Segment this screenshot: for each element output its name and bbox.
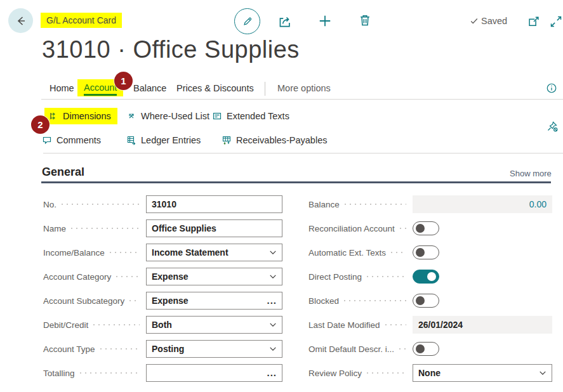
field-label-reconciliation-account: Reconciliation Account	[308, 224, 395, 233]
info-button[interactable]	[546, 82, 557, 94]
field-label-account-type: Account Type	[43, 344, 95, 354]
receivables-payables-icon	[222, 135, 232, 145]
actions-divider	[43, 153, 563, 154]
account-category-select[interactable]: Expense	[146, 268, 282, 285]
tab-separator	[265, 82, 265, 96]
toggle-knob	[416, 224, 425, 233]
debit-credit-select[interactable]: Both	[146, 316, 282, 334]
action-ledger-entries[interactable]: Ledger Entries	[126, 132, 201, 148]
field-label-direct-posting: Direct Posting	[308, 272, 362, 282]
chevron-down-icon[interactable]	[269, 321, 277, 329]
page-caption: G/L Account Card	[41, 13, 122, 28]
ellipsis-icon[interactable]: ...	[267, 297, 277, 304]
action-where-used-list[interactable]: Where-Used List	[126, 108, 209, 124]
tab-account-label: Account	[84, 82, 117, 96]
toggle-knob	[416, 248, 425, 257]
saved-label: Saved	[481, 16, 507, 26]
field-label-no: No.	[43, 200, 56, 209]
omit-default-descr-toggle[interactable]	[413, 342, 439, 356]
field-row-omit-default-descr: Omit Default Descr. i...	[308, 340, 552, 358]
tab-prices-discounts[interactable]: Prices & Discounts	[176, 83, 254, 93]
arrow-left-icon	[15, 15, 27, 27]
tab-balance[interactable]: Balance	[133, 83, 166, 93]
field-label-blocked: Blocked	[308, 296, 339, 306]
automatic-ext-texts-toggle[interactable]	[413, 245, 439, 259]
last-date-modified-field: 26/01/2024	[413, 316, 552, 334]
field-row-account-type: Account Type Posting	[43, 340, 282, 358]
field-label-omit-default-descr: Omit Default Descr. i...	[308, 344, 394, 354]
action-extended-texts[interactable]: Extended Texts	[212, 108, 289, 124]
toggle-knob	[416, 344, 425, 353]
comments-icon	[42, 135, 52, 145]
gl-account-card-page: G/L Account Card Saved	[0, 0, 563, 392]
action-dimensions[interactable]: Dimensions	[44, 108, 117, 124]
name-value: Office Supplies	[152, 223, 216, 233]
chevron-down-icon[interactable]	[539, 369, 546, 377]
tabstrip-divider	[41, 99, 563, 100]
info-icon	[546, 82, 557, 94]
share-icon	[278, 15, 292, 29]
field-label-account-category: Account Category	[43, 272, 111, 282]
field-row-debit-credit: Debit/Credit Both	[43, 316, 282, 334]
direct-posting-toggle[interactable]	[413, 270, 439, 284]
action-dimensions-label: Dimensions	[63, 111, 111, 121]
chevron-down-icon[interactable]	[269, 345, 277, 353]
back-button[interactable]	[8, 8, 33, 33]
ellipsis-icon[interactable]: ...	[267, 370, 277, 376]
plus-icon	[317, 13, 333, 29]
name-input[interactable]: Office Supplies	[146, 219, 282, 237]
toggle-knob	[427, 272, 436, 281]
new-button[interactable]	[317, 13, 333, 29]
field-label-income-balance: Income/Balance	[43, 248, 105, 258]
show-more-link[interactable]: Show more	[510, 169, 552, 178]
action-receivables-payables-label: Receivables-Payables	[236, 135, 327, 145]
field-row-account-subcategory: Account Subcategory Expense ...	[43, 292, 282, 310]
section-rule	[41, 181, 551, 183]
field-row-review-policy: Review Policy None	[308, 364, 552, 382]
reconciliation-account-toggle[interactable]	[413, 221, 439, 235]
edit-button[interactable]	[234, 8, 260, 34]
delete-button[interactable]	[358, 13, 372, 27]
action-extended-texts-label: Extended Texts	[227, 111, 289, 121]
chevron-down-icon[interactable]	[269, 273, 277, 280]
field-label-debit-credit: Debit/Credit	[43, 320, 88, 330]
field-row-last-date-modified: Last Date Modified 26/01/2024	[308, 316, 552, 334]
no-input[interactable]: 31010	[146, 195, 282, 213]
action-comments[interactable]: Comments	[42, 132, 101, 148]
field-label-last-date-modified: Last Date Modified	[308, 320, 380, 330]
more-options-button[interactable]: More options	[277, 83, 331, 93]
annotation-badge-1: 1	[114, 72, 133, 90]
chevron-down-icon[interactable]	[269, 249, 277, 256]
no-value: 31010	[152, 199, 176, 209]
account-type-value: Posting	[152, 344, 184, 354]
field-row-automatic-ext-texts: Automatic Ext. Texts	[308, 244, 552, 261]
toggle-knob	[416, 296, 425, 305]
review-policy-value: None	[418, 368, 440, 378]
balance-field[interactable]: 0.00	[413, 195, 552, 213]
tab-home[interactable]: Home	[50, 83, 74, 93]
expand-button[interactable]	[550, 15, 562, 28]
action-receivables-payables[interactable]: Receivables-Payables	[222, 132, 327, 148]
open-in-window-button[interactable]	[527, 15, 540, 28]
account-subcategory-lookup[interactable]: Expense ...	[146, 292, 282, 310]
debit-credit-value: Both	[152, 320, 172, 330]
share-button[interactable]	[278, 15, 292, 29]
tab-strip: Home Account Balance Prices & Discounts …	[0, 82, 563, 98]
totalling-lookup[interactable]: ...	[146, 364, 282, 382]
where-used-icon	[126, 111, 136, 121]
pin-button[interactable]	[546, 120, 559, 133]
field-row-no: No. 31010	[43, 195, 282, 213]
field-row-direct-posting: Direct Posting	[308, 268, 552, 285]
balance-value[interactable]: 0.00	[529, 199, 546, 209]
account-type-select[interactable]: Posting	[146, 340, 282, 358]
field-label-totalling: Totalling	[43, 369, 75, 378]
field-row-totalling: Totalling ...	[43, 364, 282, 382]
section-title-general: General	[42, 166, 84, 179]
trash-icon	[358, 13, 372, 27]
income-balance-select[interactable]: Income Statement	[146, 244, 282, 261]
field-row-balance: Balance 0.00	[308, 195, 552, 213]
blocked-toggle[interactable]	[413, 294, 439, 308]
field-row-account-category: Account Category Expense	[43, 268, 282, 285]
review-policy-select[interactable]: None	[413, 364, 552, 382]
pin-icon	[546, 120, 559, 133]
